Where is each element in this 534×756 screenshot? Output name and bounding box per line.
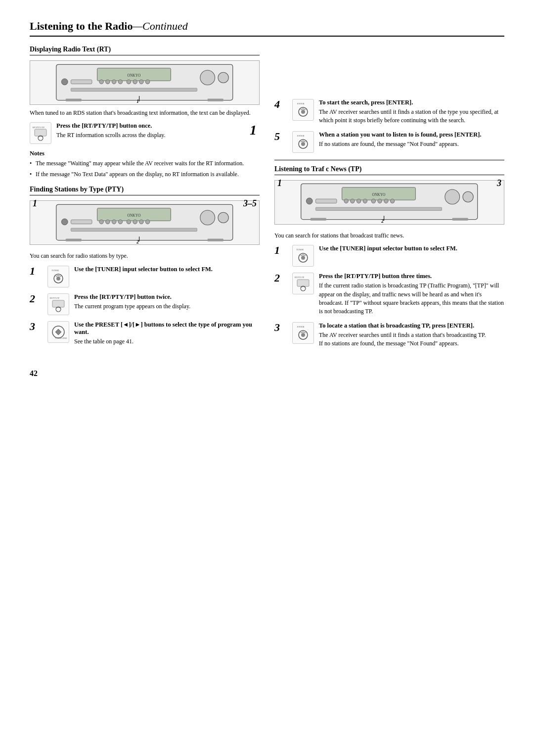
svg-point-13 [200,70,215,85]
tp-step1-content: Use the [TUNER] input selector button to… [319,245,504,254]
svg-rect-4 [71,80,92,84]
svg-point-11 [139,80,144,84]
svg-text:ENTER: ENTER [297,326,305,328]
notes-block: Notes The message "Waiting" may appear w… [30,150,260,179]
receiver-svg-1: ONKYO [35,62,254,104]
svg-rect-17 [208,98,223,101]
step1-desc: The RT information scrolls across the di… [56,131,245,140]
rt-step5-icon: ENTER [292,131,314,153]
tp-step3-desc: The AV receiver searches until it finds … [319,331,504,348]
tp-step2-desc: If the current radio station is broadcas… [319,282,504,316]
pty-step3-title: Use the PRESET [◄]/[►] buttons to select… [74,321,260,336]
tp-step3-icon: ENTER [292,322,314,344]
svg-point-69 [384,199,389,203]
svg-point-6 [106,80,110,84]
rt-step5-num: 5 [274,131,285,142]
receiver-diagram-2: ONKYO [30,200,260,245]
svg-point-3 [62,79,68,85]
section2-right-intro: You can search for stations that broadca… [274,232,504,240]
tp-step2-icon: RT/PTY/TP [292,273,314,294]
svg-marker-50 [55,329,61,335]
notes-list: The message "Waiting" may appear while t… [30,159,260,179]
step1-content: Press the [RT/PTY/TP] button once. The R… [56,122,245,140]
tp-step3-title: To locate a station that is broadcasting… [319,322,504,330]
rt-step5-content: When a station you want to listen to is … [319,131,504,148]
svg-point-28 [99,220,104,224]
svg-text:TUNER: TUNER [296,248,304,251]
receiver-svg-3: ONKYO [279,181,499,223]
svg-text:TUNNEL/PRESET: TUNNEL/PRESET [55,337,67,339]
svg-rect-75 [452,218,468,221]
rt-step4-desc: The AV receiver searches until it finds … [319,108,504,125]
page-number: 42 [30,369,504,378]
svg-text:RT/PTY/TP: RT/PTY/TP [33,126,44,129]
rt-step4-num: 4 [274,99,285,110]
left-column: Displaying Radio Text (RT) ONKYO [30,46,260,354]
rt-step5-desc: If no stations are found, the message "N… [319,140,504,148]
svg-point-34 [139,220,144,224]
receiver-diagram-3-wrapper: ONKYO [274,180,504,229]
svg-text:TUNER: TUNER [51,269,59,272]
svg-point-8 [118,80,123,84]
section2-intro: You can search for radio stations by typ… [30,252,260,260]
svg-text:2: 2 [381,218,384,223]
pty-step1-icon: TUNER [47,266,69,287]
pty-step1-content: Use the [TUNER] input selector button to… [74,266,260,275]
svg-point-7 [112,80,117,84]
svg-point-9 [127,80,131,84]
step1-title: Press the [RT/PTY/TP] button once. [56,122,245,130]
tp-step-3: 3 ENTER To locate a station that is broa… [274,322,504,348]
svg-rect-21 [35,129,46,136]
svg-rect-38 [71,228,197,231]
svg-rect-74 [311,218,326,221]
tp-step3-content: To locate a station that is broadcasting… [319,322,504,348]
tp-step-2: 2 RT/PTY/TP Press the [RT/PTY/TP] button… [274,273,504,316]
svg-point-45 [56,277,60,281]
diagram3-label3: 3 [497,178,501,189]
tp-step2-num: 2 [274,273,285,284]
tp-step-1: 1 TUNER Use the [TUNER] input selector b… [274,245,504,267]
svg-point-65 [357,199,361,203]
main-columns: Displaying Radio Text (RT) ONKYO [30,46,504,354]
svg-point-61 [307,198,313,204]
svg-rect-47 [52,300,64,307]
section1-intro: When tuned to an RDS station that's broa… [30,109,260,117]
receiver-diagram-1-wrapper: ONKYO [30,60,260,105]
title-suffix: —Continued [133,20,187,32]
receiver-diagram-2-wrapper: ONKYO [30,200,260,249]
svg-text:ONKYO: ONKYO [372,192,386,197]
svg-point-57 [301,142,305,146]
svg-point-35 [146,220,150,224]
tp-step3-num: 3 [274,322,285,333]
svg-point-37 [218,212,228,223]
svg-point-32 [127,220,131,224]
svg-point-86 [301,333,305,337]
receiver-diagram-3: ONKYO [274,180,504,225]
svg-rect-16 [66,98,82,101]
note-item-2: If the message "No Text Data" appears on… [30,170,260,179]
pty-step3-desc: See the table on page 41. [74,337,260,346]
svg-text:RT/PTY/TP: RT/PTY/TP [295,276,305,279]
section1-heading: Displaying Radio Text (RT) [30,46,260,55]
svg-point-64 [351,199,355,203]
notes-title: Notes [30,150,260,157]
section2-heading: Finding Stations by Type (PTY) [30,186,260,195]
svg-rect-82 [297,280,309,286]
section-divider [274,160,504,160]
svg-text:ENTER: ENTER [297,102,305,105]
page-title-section: Listening to the Radio—Continued [30,20,504,37]
tp-step1-num: 1 [274,245,285,256]
svg-point-67 [371,199,376,203]
pty-step1-title: Use the [TUNER] input selector button to… [74,266,260,273]
svg-text:ONKYO: ONKYO [128,73,141,77]
rt-step-5: 5 ENTER When a station you want to liste… [274,131,504,153]
diagram2-label35: 3–5 [243,198,257,209]
svg-point-71 [445,189,460,204]
svg-rect-15 [71,88,197,91]
svg-text:ONKYO: ONKYO [128,213,141,217]
svg-point-33 [133,220,137,224]
svg-text:RT/PTY/TP: RT/PTY/TP [50,297,60,299]
rt-step4-title: To start the search, press [ENTER]. [319,99,504,106]
pty-step3-icon: TUNNEL/PRESET [47,321,69,343]
svg-point-80 [301,256,305,260]
